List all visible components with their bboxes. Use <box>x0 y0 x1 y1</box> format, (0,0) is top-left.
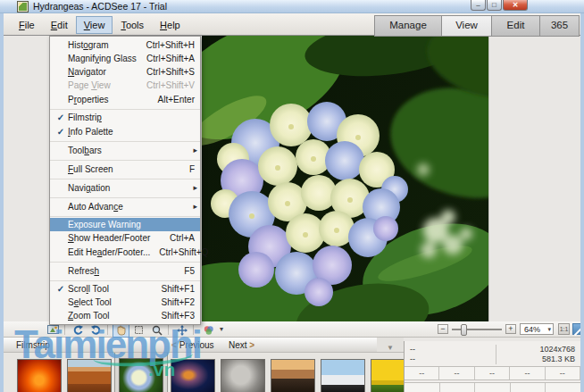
next-chevron-icon: > <box>249 340 254 350</box>
mode-tab[interactable]: 365 <box>539 16 579 36</box>
toolbar-more-dropdown-icon[interactable]: ▾ <box>220 322 223 336</box>
menu-bar: File Edit View Tools Help <box>4 13 580 36</box>
title-bar: Hydrangeas - ACDSee 17 - Trial – □ ✕ <box>0 0 584 13</box>
menubar-item[interactable]: Tools <box>113 16 152 34</box>
info-cell: -- <box>510 367 545 379</box>
menu-item[interactable]: Navigator Ctrl+Shift+S <box>50 65 200 79</box>
thumbnail[interactable] <box>14 353 64 392</box>
info-cell: -- <box>439 367 474 379</box>
filmstrip-thumbnails <box>4 353 404 392</box>
thumbnail[interactable] <box>168 353 218 392</box>
zoom-slider-thumb[interactable] <box>461 324 467 336</box>
window-frame-right <box>580 13 584 392</box>
menubar-item[interactable]: File <box>11 16 43 34</box>
acdsee-window: Hydrangeas - ACDSee 17 - Trial – □ ✕ Fil… <box>0 0 584 392</box>
minimize-button[interactable]: – <box>471 0 486 11</box>
window-title: Hydrangeas - ACDSee 17 - Trial <box>33 1 167 12</box>
menu-item[interactable]: Show Header/Footer Ctrl+A <box>50 231 200 245</box>
submenu-arrow-icon <box>193 200 197 213</box>
zoom-dropdown-icon: ▾ <box>547 324 551 335</box>
filmstrip-pane-label: Filmstrip <box>16 340 50 350</box>
menubar-item[interactable]: Edit <box>43 16 76 34</box>
info-cell: -- <box>546 367 580 379</box>
window-controls: – □ ✕ <box>471 0 528 11</box>
info-cells-row-partial <box>405 382 580 392</box>
menu-item[interactable]: Auto Advance <box>50 199 200 217</box>
menu-item[interactable]: Full Screen F <box>50 162 200 179</box>
previous-chevron-icon: < <box>171 340 177 350</box>
thumbnail[interactable] <box>64 353 114 392</box>
menu-item[interactable]: Refresh F5 <box>50 263 200 281</box>
zoom-slider-track[interactable] <box>452 329 502 330</box>
zoom-out-button[interactable]: − <box>438 324 448 334</box>
zoom-percent-select[interactable]: 64% ▾ <box>520 323 554 335</box>
mode-tab[interactable]: View <box>441 16 491 36</box>
mode-tabs: Manage View Edit 365 <box>374 15 580 37</box>
menubar-item[interactable]: Help <box>152 16 188 34</box>
thumbnail[interactable] <box>268 353 318 392</box>
info-row: -- 1024x768 <box>410 345 575 354</box>
submenu-arrow-icon <box>193 181 197 195</box>
checkmark-icon <box>54 282 68 296</box>
menu-item[interactable]: Histogram Ctrl+Shift+H <box>50 38 200 52</box>
info-palette: -- 1024x768 -- 581.3 KB -- -- -- -- -- <box>404 341 580 392</box>
menu-item[interactable]: Navigation <box>50 180 200 198</box>
thumbnail[interactable] <box>368 353 404 392</box>
menu-item[interactable]: Scroll Tool Shift+F1 <box>50 282 200 296</box>
menubar-item[interactable]: View <box>76 16 113 34</box>
color-management-icon[interactable] <box>200 322 217 338</box>
thumbnail[interactable] <box>318 353 368 392</box>
mode-tab[interactable]: Manage <box>375 16 441 36</box>
app-icon <box>17 1 29 13</box>
collapse-info-panel-button[interactable]: ▼ <box>377 338 404 353</box>
previous-button[interactable]: < Previous <box>171 340 214 350</box>
close-button[interactable]: ✕ <box>503 0 528 11</box>
maximize-button[interactable]: □ <box>487 0 502 11</box>
checkmark-icon <box>54 125 68 138</box>
menu-item[interactable]: Magnifying Glass Ctrl+Shift+A <box>50 52 200 65</box>
menu-item[interactable]: Select Tool Shift+F2 <box>50 296 200 309</box>
zoom-in-button[interactable]: + <box>505 324 516 334</box>
mode-tab[interactable]: Edit <box>491 16 539 36</box>
menu-item[interactable]: Toolbars <box>50 143 200 161</box>
collapse-arrow-icon: ▼ <box>387 344 394 352</box>
view-menu: Histogram Ctrl+Shift+H Magnifying Glass … <box>49 36 201 325</box>
window-frame-left <box>0 13 4 392</box>
menu-item[interactable]: Properties Alt+Enter <box>50 92 200 110</box>
right-empty-pane <box>488 36 581 321</box>
info-cells-row: -- -- -- -- -- <box>405 366 580 380</box>
info-row: -- 581.3 KB <box>410 354 575 364</box>
next-button[interactable]: Next > <box>229 340 254 350</box>
checkmark-icon <box>54 111 68 124</box>
filmstrip-header: Filmstrip < Previous Next > <box>4 338 377 353</box>
menu-item[interactable]: Zoom Tool Shift+F3 <box>50 309 200 322</box>
menu-item[interactable]: Exposure Warning <box>50 218 200 231</box>
photo-hydrangeas[interactable] <box>202 36 488 321</box>
thumbnail[interactable] <box>218 353 268 392</box>
menu-item[interactable]: Filmstrip <box>50 111 200 124</box>
actual-size-button[interactable]: 1:1 <box>558 323 570 335</box>
menu-item[interactable]: Edit Header/Footer... Ctrl+Shift+Q <box>50 245 200 263</box>
info-cell: -- <box>475 367 510 379</box>
submenu-arrow-icon <box>193 144 197 157</box>
thumbnail[interactable] <box>114 353 168 392</box>
menu-item[interactable]: Info Palette <box>50 124 200 142</box>
info-cell: -- <box>405 367 439 379</box>
menu-item: Page View Ctrl+Shift+V <box>50 79 200 92</box>
